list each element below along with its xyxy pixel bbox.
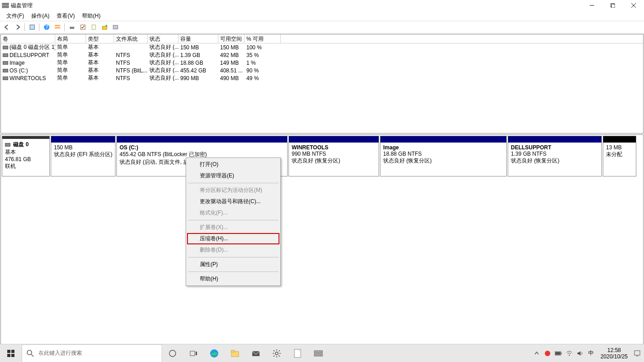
ctx-change-letter[interactable]: 更改驱动器号和路径(C)... [187,196,279,207]
ctx-help[interactable]: 帮助(H) [187,273,279,285]
svg-rect-48 [634,351,640,355]
tray-volume-icon[interactable] [576,349,584,357]
cell: 基本 [86,67,114,74]
cell: 基本 [86,51,114,59]
tray-clock[interactable]: 12:58 2020/10/25 [598,347,630,360]
svg-rect-28 [231,352,239,357]
partition[interactable]: 13 MB未分配 [603,136,636,176]
partition-status: 状态良好 (恢复分区) [511,157,599,165]
tray-ime[interactable]: 中 [587,349,595,357]
start-button[interactable] [0,344,22,362]
tray-qq-icon[interactable] [543,349,552,357]
svg-text:?: ? [45,24,48,30]
cell: NTFS [114,60,148,66]
close-button[interactable] [623,0,644,11]
maximize-button[interactable] [602,0,623,11]
menu-file[interactable]: 文件(F) [3,11,28,21]
back-button[interactable] [2,22,12,32]
column-header[interactable]: 文件系统 [114,34,148,43]
ctx-separator [188,272,279,272]
taskbar: 在此键入进行搜索 中 12:58 2020/10/25 [0,344,644,362]
partition-status: 状态良好 (恢复分区) [383,157,504,165]
ctx-separator [188,220,279,220]
volume-row[interactable]: DELLSUPPORT简单基本NTFS状态良好 (...1.39 GB492 M… [1,51,643,59]
partition[interactable]: WINRETOOLS990 MB NTFS状态良好 (恢复分区) [288,136,379,176]
ctx-properties[interactable]: 属性(P) [187,259,279,270]
diskmgmt-taskbar-icon[interactable] [308,344,329,362]
menu-action[interactable]: 操作(A) [28,11,53,21]
svg-rect-25 [190,351,195,356]
ctx-shrink[interactable]: 压缩卷(H)... [187,233,279,244]
partition[interactable]: 150 MB状态良好 (EFI 系统分区) [51,136,115,176]
explorer-icon[interactable] [225,344,245,362]
svg-point-16 [106,25,107,27]
edge-icon[interactable] [204,344,225,362]
cell: 简单 [55,43,86,51]
svg-rect-15 [102,26,107,29]
column-header[interactable]: % 可用 [245,34,281,43]
cell: 简单 [55,59,86,67]
disk-graphical-view: 磁盘 0 基本 476.81 GB 联机 150 MB状态良好 (EFI 系统分… [0,134,644,362]
tool-icon[interactable] [67,22,77,32]
search-input[interactable]: 在此键入进行搜索 [22,344,162,362]
disk-info[interactable]: 磁盘 0 基本 476.81 GB 联机 [2,136,50,176]
volume-row[interactable]: OS (C:)简单基本NTFS (BitL...状态良好 (...455.42 … [1,67,643,74]
partition-size: 990 MB NTFS [292,151,376,157]
column-header[interactable]: 容量 [178,34,218,43]
tool-icon[interactable] [111,22,120,32]
cell: NTFS [114,52,148,58]
partition-size: 150 MB [54,144,112,151]
cell: (磁盘 0 磁盘分区 1) [1,43,55,51]
notepad-icon[interactable] [287,344,308,362]
tray-wifi-icon[interactable] [565,349,573,357]
svg-point-43 [545,351,550,356]
volume-row[interactable]: (磁盘 0 磁盘分区 1)简单基本状态良好 (...150 MB150 MB10… [1,43,643,51]
tray-battery-icon[interactable] [554,349,562,357]
column-header[interactable]: 布局 [55,34,86,43]
settings-icon[interactable] [266,344,287,362]
ctx-open[interactable]: 打开(O) [187,159,279,170]
help-icon[interactable]: ? [42,22,52,32]
title-bar: 磁盘管理 [0,0,644,11]
cell: NTFS (BitL... [114,67,148,74]
tool-icon[interactable] [78,22,88,32]
cell: 状态良好 (... [148,67,178,74]
menu-view[interactable]: 查看(V) [53,11,78,21]
cortana-icon[interactable] [162,344,183,362]
cell: 100 % [245,44,281,51]
refresh-icon[interactable] [27,22,37,32]
mail-icon[interactable] [245,344,266,362]
cell: 状态良好 (... [148,74,178,82]
cell: 150 MB [218,44,245,51]
cell: 1 % [245,60,281,66]
svg-rect-17 [113,25,118,29]
ctx-separator [188,257,279,257]
clock-time: 12:58 [601,347,628,353]
column-header[interactable]: 类型 [86,34,114,43]
volume-row[interactable]: Image简单基本NTFS状态良好 (...18.88 GB149 MB1 % [1,59,643,67]
column-header[interactable]: 可用空间 [218,34,245,43]
ctx-mark-active: 将分区标记为活动分区(M) [187,185,279,196]
column-header[interactable]: 卷 [1,34,55,43]
tray-chevron-icon[interactable] [533,349,541,357]
svg-rect-29 [231,350,235,352]
cell: 简单 [55,74,86,82]
tool-icon[interactable] [89,22,99,32]
volume-row[interactable]: WINRETOOLS简单基本NTFS状态良好 (...990 MB490 MB4… [1,74,643,82]
cell: 状态良好 (... [148,43,178,51]
view-icon[interactable] [53,22,62,32]
cell: WINRETOOLS [1,75,55,81]
partition-name: WINRETOOLS [292,144,376,151]
menu-help[interactable]: 帮助(H) [78,11,104,21]
taskview-icon[interactable] [183,344,204,362]
tray-notifications-icon[interactable] [633,349,641,357]
minimize-button[interactable] [582,0,602,11]
forward-button[interactable] [13,22,23,32]
partition[interactable]: DELLSUPPORT1.39 GB NTFS状态良好 (恢复分区) [508,136,602,176]
ctx-explorer[interactable]: 资源管理器(E) [187,170,279,181]
column-header[interactable]: 状态 [148,34,178,43]
partition-name: OS (C:) [120,144,284,151]
partition-status: 状态良好 (恢复分区) [292,157,376,165]
partition[interactable]: Image18.88 GB NTFS状态良好 (恢复分区) [380,136,507,176]
tool-icon[interactable] [100,22,110,32]
